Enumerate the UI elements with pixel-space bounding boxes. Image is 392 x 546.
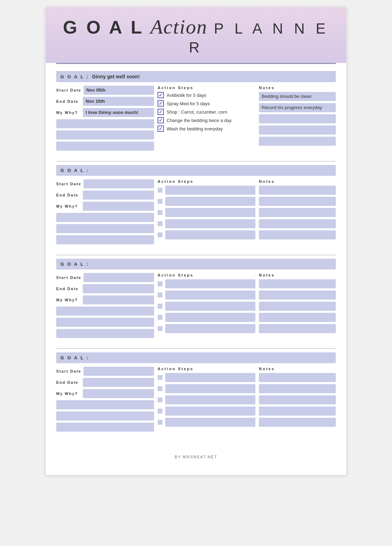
extra-box-1c (56, 142, 154, 151)
goal-value-1: Ginny get well soon! (92, 74, 140, 79)
start-date-row-4: Start Date (56, 367, 154, 376)
start-value-2 (84, 179, 154, 188)
notes-header-1: Notes (259, 86, 336, 90)
checkbox-1-3: ✓ (158, 109, 164, 115)
step-box-3-3 (165, 302, 255, 311)
step-1-5: ✓ Wash the bedding everyday (158, 125, 255, 132)
step-box-2-4 (165, 219, 255, 228)
start-label-1: Start Date (56, 88, 81, 92)
note-2-5 (259, 230, 336, 239)
why-value-4 (83, 389, 154, 398)
mid-col-1: Action Steps ✓ Antibiotik for 5 days ✓ S… (158, 86, 255, 134)
checkbox-2-2 (158, 199, 162, 204)
step-1-4: ✓ Change the bedding twice a day (158, 117, 255, 123)
notes-header-3: Notes (259, 273, 336, 277)
extra-box-2a (56, 213, 154, 222)
goal-section-3: G O A L : Start Date End Date My Why? (56, 259, 336, 340)
note-1-2: Record his progress everyday (259, 103, 336, 112)
action-steps-header-4: Action Steps (158, 367, 255, 371)
checkbox-2-5 (158, 232, 162, 237)
extra-box-3c (56, 329, 154, 338)
start-label-2: Start Date (56, 182, 81, 186)
step-box-4-1 (165, 373, 255, 382)
why-label-2: My Why? (56, 204, 81, 208)
mid-col-3: Action Steps (158, 273, 255, 335)
step-1-1: ✓ Antibiotik for 5 days (158, 92, 255, 98)
checkbox-4-1 (158, 375, 162, 380)
note-1-1: Bedding should be clean (259, 92, 336, 101)
note-3-3 (259, 302, 336, 311)
note-3-5 (259, 324, 336, 333)
step-box-2-3 (165, 208, 255, 217)
extra-box-1b (56, 130, 154, 139)
why-label-3: My Why? (56, 298, 81, 302)
step-1-3: ✓ Shop : Carrot, cucumber, corn (158, 109, 255, 115)
step-3-1 (158, 279, 255, 288)
end-value-4 (83, 378, 154, 387)
goal-section-1: G O A L : Ginny get well soon! Start Dat… (56, 71, 336, 153)
extra-box-4c (56, 423, 154, 432)
divider-1 (56, 161, 336, 161)
action-steps-header-2: Action Steps (158, 179, 255, 184)
notes-header-4: Notes (259, 367, 336, 371)
checkbox-3-3 (158, 304, 162, 309)
step-3-5 (158, 324, 255, 333)
goal-label-1: G O A L : (60, 74, 89, 79)
goal-header-1: G O A L : Ginny get well soon! (56, 71, 336, 82)
note-3-1 (259, 279, 336, 288)
mid-col-2: Action Steps (158, 179, 255, 242)
left-col-4: Start Date End Date My Why? (56, 367, 154, 434)
why-row-2: My Why? (56, 202, 154, 211)
end-label-1: End Date (56, 99, 81, 103)
header: G O A L Action P L A N N E R (46, 7, 346, 63)
planner-text: P L A N N E R (189, 20, 329, 56)
end-date-row-4: End Date (56, 378, 154, 387)
extra-box-3b (56, 318, 154, 327)
start-date-row-3: Start Date (56, 273, 154, 282)
step-3-4 (158, 313, 255, 322)
mid-col-4: Action Steps (158, 367, 255, 429)
step-2-5 (158, 230, 255, 239)
step-4-2 (158, 384, 255, 393)
step-text-1-3: Shop : Carrot, cucumber, corn (167, 109, 255, 115)
right-col-1: Notes Bedding should be clean Record his… (259, 86, 336, 148)
start-date-row-2: Start Date (56, 179, 154, 188)
note-4-3 (259, 395, 336, 404)
checkbox-3-5 (158, 326, 162, 331)
end-value-1: Nov 10th (83, 97, 154, 106)
extra-box-4a (56, 400, 154, 409)
step-4-5 (158, 418, 255, 427)
step-text-1-5: Wash the bedding everyday (167, 126, 255, 131)
right-col-2: Notes (259, 179, 336, 242)
note-2-2 (259, 197, 336, 206)
right-col-4: Notes (259, 367, 336, 429)
step-box-3-4 (165, 313, 255, 322)
step-text-1-2: Spray Med for 5 days (167, 101, 255, 106)
extra-box-4b (56, 411, 154, 421)
step-text-1-1: Antibiotik for 5 days (167, 93, 255, 98)
extra-box-3a (56, 307, 154, 316)
checkbox-4-4 (158, 409, 162, 414)
goal-section-2: G O A L : Start Date End Date My Why? (56, 165, 336, 246)
left-col-2: Start Date End Date My Why? (56, 179, 154, 246)
step-box-3-1 (165, 279, 255, 288)
checkbox-3-4 (158, 315, 162, 320)
step-4-3 (158, 395, 255, 404)
columns-1: Start Date Nov 05th End Date Nov 10th My… (56, 86, 336, 153)
why-value-3 (83, 295, 154, 304)
left-col-3: Start Date End Date My Why? (56, 273, 154, 340)
extra-box-2c (56, 235, 154, 244)
columns-4: Start Date End Date My Why? (56, 367, 336, 434)
goal-label-3: G O A L : (60, 261, 89, 267)
why-label-4: My Why? (56, 391, 81, 396)
step-4-4 (158, 407, 255, 416)
step-2-2 (158, 197, 255, 206)
why-row-1: My Why? I love Ginny sooo much! (56, 108, 154, 117)
checkbox-3-1 (158, 281, 162, 286)
checkbox-4-2 (158, 386, 162, 391)
step-box-2-2 (165, 197, 255, 206)
extra-box-1a (56, 119, 154, 128)
note-4-4 (259, 407, 336, 416)
checkbox-1-2: ✓ (158, 100, 164, 107)
notes-header-2: Notes (259, 179, 336, 184)
